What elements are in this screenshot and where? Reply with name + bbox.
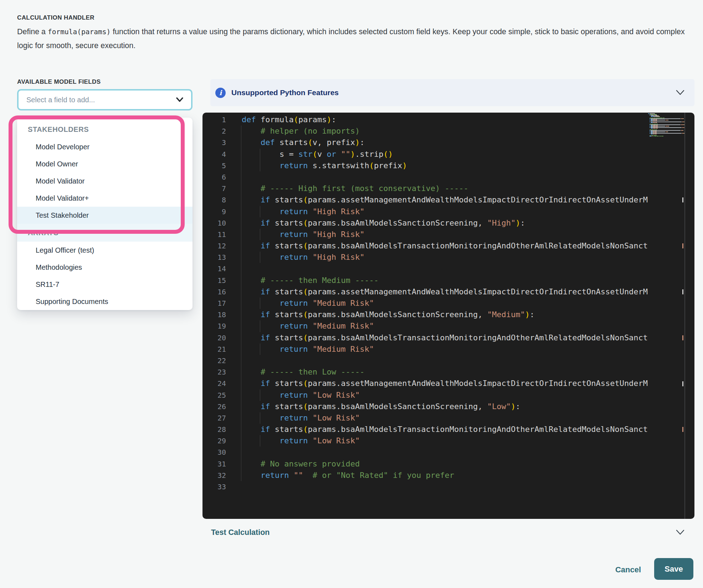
indent-guide: [241, 125, 241, 137]
indent-guide: [241, 183, 241, 194]
indent-guide: [241, 160, 241, 171]
indent-guide: [241, 240, 241, 252]
line-number: 1: [202, 114, 226, 125]
indent-guide: [241, 309, 241, 320]
line-number: 15: [202, 275, 226, 286]
save-button[interactable]: Save: [654, 558, 693, 580]
indent-guide: [241, 229, 241, 240]
indent-guide: [260, 229, 260, 240]
indent-guide: [241, 149, 241, 160]
unsupported-python-features-toggle[interactable]: i Unsupported Python Features: [210, 79, 694, 106]
dropdown-item[interactable]: Model Owner: [17, 155, 193, 172]
chevron-down-icon: [175, 97, 184, 103]
line-number: 23: [202, 366, 226, 378]
code-line: 33: [202, 481, 694, 492]
code-line: 14: [202, 263, 694, 274]
code-editor[interactable]: 1def formula(params):2 # helper (no impo…: [202, 113, 694, 519]
clipped-line-mark: [682, 381, 683, 386]
indent-guide: [241, 298, 241, 309]
indent-guide: [260, 298, 260, 309]
indent-guide: [241, 390, 241, 401]
code-line: 5 return s.startswith(prefix): [202, 160, 694, 171]
indent-guide: [260, 160, 260, 171]
page-title: CALCULATION HANDLER: [17, 14, 94, 21]
indent-guide: [241, 206, 241, 217]
code-line: 23 # ----- then Low -----: [202, 366, 694, 378]
line-number: 19: [202, 320, 226, 332]
test-calculation-toggle[interactable]: Test Calculation: [210, 525, 694, 540]
line-number: 16: [202, 286, 226, 298]
test-calculation-title: Test Calculation: [211, 528, 270, 537]
chevron-down-icon[interactable]: [675, 90, 685, 96]
line-number: 5: [202, 160, 226, 171]
code-line: 11 return "High Risk": [202, 229, 694, 240]
inline-code-formula: formula(params): [48, 28, 111, 36]
clipped-line-mark: [682, 427, 683, 432]
clipped-line-mark: [682, 243, 683, 248]
code-line: 2 # helper (no imports): [202, 125, 694, 137]
code-line: 21 return "Medium Risk": [202, 344, 694, 355]
indent-guide: [260, 149, 260, 160]
dropdown-item[interactable]: Methodologies: [17, 259, 193, 276]
indent-guide: [241, 447, 241, 458]
code-line: 4 s = str(v or "").strip(): [202, 149, 694, 160]
code-line: 25 return "Low Risk": [202, 390, 694, 401]
line-number: 30: [202, 447, 226, 458]
dropdown-item[interactable]: Model Developer: [17, 138, 193, 155]
editor-minimap[interactable]: [648, 113, 684, 518]
dropdown-group-header: ARRAYS: [17, 224, 193, 242]
code-line: 7 # ----- High first (most conservative)…: [202, 183, 694, 194]
dropdown-item[interactable]: Model Validator: [17, 172, 193, 190]
indent-guide: [241, 344, 241, 355]
code-line: 13 return "High Risk": [202, 252, 694, 263]
code-line: 17 return "Medium Risk": [202, 298, 694, 309]
indent-guide: [241, 275, 241, 286]
dropdown-item[interactable]: Test Stakeholder: [17, 207, 193, 224]
description-text: Define a: [17, 27, 48, 36]
indent-guide: [241, 424, 241, 435]
editor-scrollbar[interactable]: [684, 113, 685, 519]
line-number: 18: [202, 309, 226, 320]
line-number: 6: [202, 171, 226, 183]
indent-guide: [241, 252, 241, 263]
indent-guide: [241, 217, 241, 229]
chevron-down-icon[interactable]: [675, 530, 685, 535]
line-number: 8: [202, 194, 226, 206]
indent-guide: [241, 320, 241, 332]
dropdown-group-header: STAKEHOLDERS: [17, 120, 193, 138]
dropdown-item[interactable]: Supporting Documents: [17, 293, 193, 310]
line-number: 12: [202, 240, 226, 252]
code-line: 28 if starts(params.bsaAmlModelsTransact…: [202, 424, 694, 435]
code-line: 20 if starts(params.bsaAmlModelsTransact…: [202, 332, 694, 344]
code-line: 16 if starts(params.assetManagementAndWe…: [202, 286, 694, 298]
indent-guide: [260, 412, 260, 424]
dropdown-item[interactable]: Legal Officer (test): [17, 242, 193, 259]
indent-guide: [241, 332, 241, 344]
indent-guide: [260, 435, 260, 447]
code-line: 30: [202, 447, 694, 458]
indent-guide: [241, 286, 241, 298]
line-number: 28: [202, 424, 226, 435]
cancel-button[interactable]: Cancel: [604, 562, 652, 577]
dropdown-item[interactable]: SR11-7: [17, 276, 193, 293]
code-line: 27 return "Low Risk": [202, 412, 694, 424]
code-line: 24 if starts(params.assetManagementAndWe…: [202, 378, 694, 389]
indent-guide: [241, 171, 241, 183]
code-line: 32 return "" # or "Not Rated" if you pre…: [202, 470, 694, 481]
indent-guide: [241, 355, 241, 366]
info-icon: i: [215, 88, 226, 98]
line-number: 2: [202, 125, 226, 137]
code-line: 9 return "High Risk": [202, 206, 694, 217]
line-number: 33: [202, 481, 226, 492]
code-line: 29 return "Low Risk": [202, 435, 694, 447]
code-line: 26 if starts(params.bsaAmlModelsSanction…: [202, 401, 694, 412]
line-number: 3: [202, 137, 226, 148]
dropdown-item[interactable]: Model Validator+: [17, 190, 193, 207]
line-number: 25: [202, 390, 226, 401]
field-select[interactable]: Select a field to add...: [17, 89, 193, 110]
indent-guide: [241, 458, 241, 470]
code-lines[interactable]: 1def formula(params):2 # helper (no impo…: [202, 114, 694, 492]
line-number: 21: [202, 344, 226, 355]
line-number: 14: [202, 263, 226, 274]
code-line: 3 def starts(v, prefix):: [202, 137, 694, 148]
